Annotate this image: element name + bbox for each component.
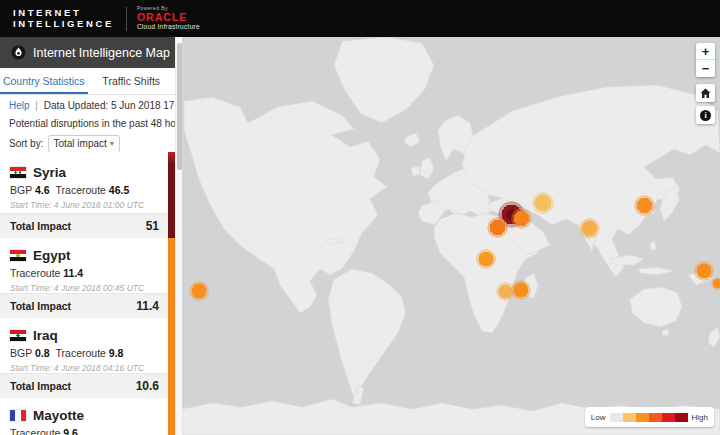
metric-label: Traceroute [56,347,109,359]
total-impact-value: 11.4 [136,299,159,313]
country-name: Egypt [33,248,71,263]
country-metrics: Traceroute 11.4 [0,267,175,280]
country-header: Syria [0,164,175,180]
help-link[interactable]: Help [9,100,30,111]
oracle-sub-label: Cloud Infrastructure [137,23,200,30]
home-icon [700,88,711,99]
home-button[interactable] [696,84,715,102]
impact-legend: Low High [585,407,714,427]
country-entry-mayotte[interactable]: MayotteTraceroute 9.6 [0,398,175,435]
metric-label: Traceroute [10,427,63,435]
sidebar-scrollbar[interactable] [175,37,182,435]
country-metrics: BGP 4.6Traceroute 46.5 [0,184,175,197]
country-metrics: BGP 0.8Traceroute 9.8 [0,347,175,360]
metric-value: 0.8 [35,347,50,359]
country-name: Mayotte [33,408,84,423]
start-time: Start Time: 4 June 2018 04:16 UTC [0,363,175,373]
sidebar-tabs: Country StatisticsTraffic Shifts [0,68,175,95]
start-time: Start Time: 4 June 2018 01:00 UTC [0,200,175,210]
severity-bar [168,398,175,435]
map-marker-12[interactable] [189,281,209,301]
total-impact-label: Total Impact [10,380,71,392]
zoom-out-button[interactable]: − [696,60,715,77]
total-impact-row: Total Impact11.4 [0,293,168,318]
map-marker-9[interactable] [579,218,600,239]
country-entry-iraq[interactable]: IraqBGP 0.8Traceroute 9.8Start Time: 4 J… [0,318,175,398]
severity-bar [168,152,175,238]
info-icon: i [700,110,711,121]
country-name: Iraq [33,328,58,343]
map-marker-4[interactable] [532,192,554,214]
logo-line-2: INTELLIGENCE [13,19,114,30]
country-header: Egypt [0,247,175,263]
country-header: Iraq [0,327,175,343]
legend-high-label: High [692,413,708,422]
world-map-panel[interactable]: + − i Low High [182,37,720,435]
metric-value: 4.6 [35,184,50,196]
metric-value: 46.5 [109,184,129,196]
tab-traffic-shifts[interactable]: Traffic Shifts [88,68,176,94]
sort-select-value: Total impact [53,138,106,149]
zoom-controls: + − [696,43,715,77]
help-separator: | [35,100,38,111]
egypt-flag-icon [10,250,26,261]
map-marker-11[interactable] [711,277,720,290]
country-entry-egypt[interactable]: EgyptTraceroute 11.4Start Time: 4 June 2… [0,238,175,318]
map-marker-5[interactable] [476,249,496,269]
map-marker-7[interactable] [511,280,531,300]
zoom-in-button[interactable]: + [696,43,715,60]
legend-color-segment [636,413,649,422]
fireball-logo-icon [11,45,26,60]
sidebar: Internet Intelligence Map Country Statis… [0,37,182,435]
country-entry-syria[interactable]: SyriaBGP 4.6Traceroute 46.5Start Time: 4… [0,152,175,238]
legend-color-segment [662,413,675,422]
start-time: Start Time: 4 June 2018 00:45 UTC [0,283,175,293]
chevron-down-icon: ▼ [109,140,116,147]
header-divider [126,7,127,31]
metric-label: Traceroute [56,184,109,196]
mayotte-flag-icon [10,410,26,421]
severity-bar [168,318,175,398]
iraq-flag-icon [10,330,26,341]
severity-bar [168,238,175,318]
top-header: INTERNET INTELLIGENCE Powered By ORACLE … [0,0,720,37]
legend-color-segment [623,413,636,422]
oracle-logo: Powered By ORACLE Cloud Infrastructure [137,6,200,30]
country-metrics: Traceroute 9.6 [0,427,175,435]
sidebar-title-bar: Internet Intelligence Map [0,37,175,68]
legend-low-label: Low [591,413,606,422]
sort-by-label: Sort by: [9,138,43,149]
metric-value: 9.6 [63,427,78,435]
map-marker-10[interactable] [694,261,714,281]
legend-gradient [610,413,688,422]
logo-line-1: INTERNET [13,8,114,19]
total-impact-value: 10.6 [136,379,159,393]
sort-row: Sort by: Total impact ▼ [9,134,120,153]
internet-intelligence-logo: INTERNET INTELLIGENCE [13,8,114,30]
legend-color-segment [649,413,662,422]
sort-select-dropdown[interactable]: Total impact ▼ [48,135,120,153]
metric-value: 11.4 [63,267,83,279]
disruption-markers-layer [182,37,720,435]
total-impact-row: Total Impact10.6 [0,373,168,398]
total-impact-label: Total Impact [10,220,71,232]
metric-label: Traceroute [10,267,63,279]
metric-value: 9.8 [109,347,124,359]
legend-color-segment [610,413,623,422]
map-marker-2[interactable] [511,208,532,229]
oracle-wordmark: ORACLE [137,12,200,24]
disruptions-subtitle: Potential disruptions in the past 48 hou… [9,118,192,129]
metric-label: BGP [10,347,35,359]
syria-flag-icon [10,167,26,178]
country-name: Syria [33,165,66,180]
info-button[interactable]: i [696,106,715,124]
country-list: SyriaBGP 4.6Traceroute 46.5Start Time: 4… [0,152,175,435]
metric-label: BGP [10,184,35,196]
country-header: Mayotte [0,407,175,423]
total-impact-label: Total Impact [10,300,71,312]
map-marker-3[interactable] [487,217,508,238]
internet-intelligence-app: INTERNET INTELLIGENCE Powered By ORACLE … [0,0,720,435]
total-impact-row: Total Impact51 [0,213,168,238]
map-marker-8[interactable] [634,195,655,216]
tab-country-statistics[interactable]: Country Statistics [0,68,88,94]
